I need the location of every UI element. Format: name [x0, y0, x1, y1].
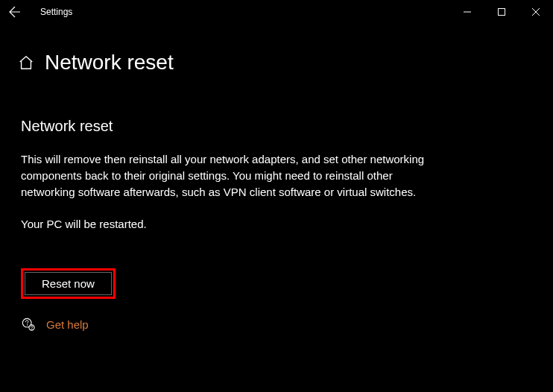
close-button[interactable]: [519, 0, 553, 24]
maximize-icon: [498, 8, 505, 16]
window-controls: [450, 0, 553, 24]
app-title: Settings: [40, 7, 72, 17]
titlebar-left: Settings: [6, 3, 72, 21]
svg-point-7: [31, 329, 32, 329]
maximize-button[interactable]: [484, 0, 519, 24]
arrow-left-icon: [9, 6, 21, 18]
help-icon: [21, 317, 36, 332]
section-title: Network reset: [21, 118, 532, 135]
minimize-icon: [464, 8, 471, 16]
reset-now-button[interactable]: Reset now: [25, 272, 112, 295]
svg-point-5: [27, 324, 28, 325]
back-button[interactable]: [6, 3, 24, 21]
svg-point-6: [29, 325, 34, 330]
minimize-button[interactable]: [450, 0, 484, 24]
home-icon: [18, 54, 34, 71]
restart-notice: Your PC will be restarted.: [21, 216, 438, 233]
titlebar: Settings: [0, 0, 553, 24]
reset-button-highlight: Reset now: [21, 268, 116, 299]
page-title: Network reset: [45, 51, 174, 75]
main-content: Network reset This will remove then rein…: [0, 75, 553, 332]
close-icon: [532, 8, 540, 16]
description-text: This will remove then reinstall all your…: [21, 151, 438, 200]
page-header: Network reset: [0, 24, 553, 75]
svg-rect-1: [499, 9, 505, 16]
get-help-link[interactable]: Get help: [46, 318, 89, 331]
help-row: Get help: [21, 317, 532, 332]
